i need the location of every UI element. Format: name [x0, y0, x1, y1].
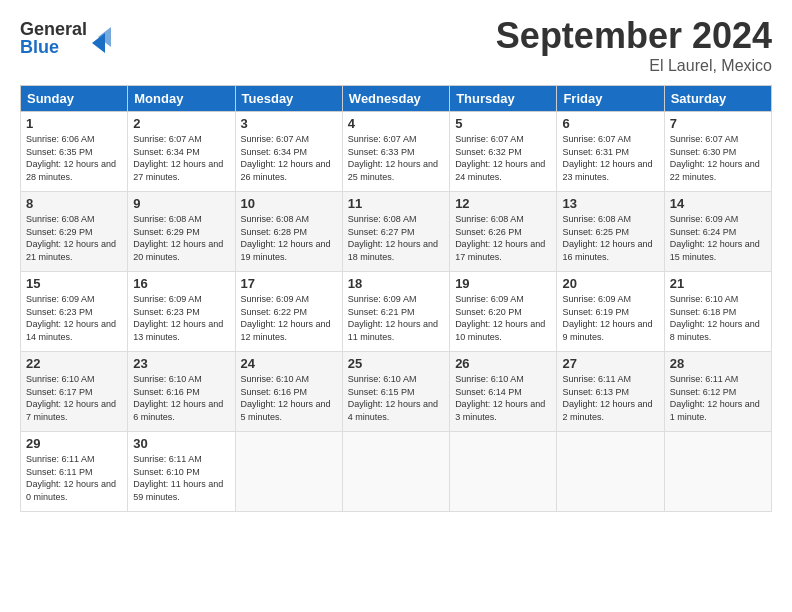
sunset-label: Sunset: 6:34 PM	[241, 147, 308, 157]
sunrise-label: Sunrise: 6:08 AM	[133, 214, 202, 224]
day-info: Sunrise: 6:07 AM Sunset: 6:31 PM Dayligh…	[562, 133, 658, 183]
day-number: 26	[455, 356, 551, 371]
daylight-label: Daylight: 12 hours and 6 minutes.	[133, 399, 223, 422]
col-friday: Friday	[557, 86, 664, 112]
sunrise-label: Sunrise: 6:10 AM	[133, 374, 202, 384]
day-info: Sunrise: 6:07 AM Sunset: 6:32 PM Dayligh…	[455, 133, 551, 183]
day-number: 8	[26, 196, 122, 211]
table-row: 7 Sunrise: 6:07 AM Sunset: 6:30 PM Dayli…	[664, 112, 771, 192]
day-info: Sunrise: 6:07 AM Sunset: 6:34 PM Dayligh…	[241, 133, 337, 183]
table-row: 4 Sunrise: 6:07 AM Sunset: 6:33 PM Dayli…	[342, 112, 449, 192]
sunrise-label: Sunrise: 6:11 AM	[26, 454, 95, 464]
day-number: 22	[26, 356, 122, 371]
daylight-label: Daylight: 12 hours and 21 minutes.	[26, 239, 116, 262]
calendar-week-row: 29 Sunrise: 6:11 AM Sunset: 6:11 PM Dayl…	[21, 432, 772, 512]
table-row	[450, 432, 557, 512]
col-monday: Monday	[128, 86, 235, 112]
sunrise-label: Sunrise: 6:09 AM	[241, 294, 310, 304]
sunrise-label: Sunrise: 6:07 AM	[133, 134, 202, 144]
sunrise-label: Sunrise: 6:08 AM	[348, 214, 417, 224]
sunset-label: Sunset: 6:32 PM	[455, 147, 522, 157]
sunset-label: Sunset: 6:11 PM	[26, 467, 93, 477]
day-number: 14	[670, 196, 766, 211]
sunset-label: Sunset: 6:18 PM	[670, 307, 737, 317]
sunrise-label: Sunrise: 6:07 AM	[670, 134, 739, 144]
day-number: 10	[241, 196, 337, 211]
sunrise-label: Sunrise: 6:07 AM	[562, 134, 631, 144]
table-row: 23 Sunrise: 6:10 AM Sunset: 6:16 PM Dayl…	[128, 352, 235, 432]
location: El Laurel, Mexico	[496, 57, 772, 75]
table-row: 21 Sunrise: 6:10 AM Sunset: 6:18 PM Dayl…	[664, 272, 771, 352]
table-row: 15 Sunrise: 6:09 AM Sunset: 6:23 PM Dayl…	[21, 272, 128, 352]
sunrise-label: Sunrise: 6:10 AM	[455, 374, 524, 384]
daylight-label: Daylight: 12 hours and 13 minutes.	[133, 319, 223, 342]
day-info: Sunrise: 6:09 AM Sunset: 6:23 PM Dayligh…	[133, 293, 229, 343]
table-row: 12 Sunrise: 6:08 AM Sunset: 6:26 PM Dayl…	[450, 192, 557, 272]
sunset-label: Sunset: 6:25 PM	[562, 227, 629, 237]
sunrise-label: Sunrise: 6:08 AM	[241, 214, 310, 224]
header: General Blue September 2024 El Laurel, M…	[20, 15, 772, 75]
sunrise-label: Sunrise: 6:07 AM	[348, 134, 417, 144]
day-number: 28	[670, 356, 766, 371]
day-number: 20	[562, 276, 658, 291]
table-row: 22 Sunrise: 6:10 AM Sunset: 6:17 PM Dayl…	[21, 352, 128, 432]
sunrise-label: Sunrise: 6:08 AM	[562, 214, 631, 224]
table-row	[342, 432, 449, 512]
sunrise-label: Sunrise: 6:10 AM	[348, 374, 417, 384]
sunrise-label: Sunrise: 6:09 AM	[26, 294, 95, 304]
day-info: Sunrise: 6:09 AM Sunset: 6:22 PM Dayligh…	[241, 293, 337, 343]
calendar-header-row: Sunday Monday Tuesday Wednesday Thursday…	[21, 86, 772, 112]
sunset-label: Sunset: 6:23 PM	[133, 307, 200, 317]
sunset-label: Sunset: 6:16 PM	[241, 387, 308, 397]
day-info: Sunrise: 6:10 AM Sunset: 6:17 PM Dayligh…	[26, 373, 122, 423]
sunset-label: Sunset: 6:23 PM	[26, 307, 93, 317]
daylight-label: Daylight: 11 hours and 59 minutes.	[133, 479, 223, 502]
table-row: 29 Sunrise: 6:11 AM Sunset: 6:11 PM Dayl…	[21, 432, 128, 512]
col-wednesday: Wednesday	[342, 86, 449, 112]
table-row: 30 Sunrise: 6:11 AM Sunset: 6:10 PM Dayl…	[128, 432, 235, 512]
daylight-label: Daylight: 12 hours and 9 minutes.	[562, 319, 652, 342]
day-info: Sunrise: 6:07 AM Sunset: 6:33 PM Dayligh…	[348, 133, 444, 183]
calendar-week-row: 8 Sunrise: 6:08 AM Sunset: 6:29 PM Dayli…	[21, 192, 772, 272]
daylight-label: Daylight: 12 hours and 16 minutes.	[562, 239, 652, 262]
daylight-label: Daylight: 12 hours and 25 minutes.	[348, 159, 438, 182]
table-row: 27 Sunrise: 6:11 AM Sunset: 6:13 PM Dayl…	[557, 352, 664, 432]
day-number: 23	[133, 356, 229, 371]
daylight-label: Daylight: 12 hours and 14 minutes.	[26, 319, 116, 342]
sunset-label: Sunset: 6:22 PM	[241, 307, 308, 317]
daylight-label: Daylight: 12 hours and 3 minutes.	[455, 399, 545, 422]
table-row: 6 Sunrise: 6:07 AM Sunset: 6:31 PM Dayli…	[557, 112, 664, 192]
day-number: 2	[133, 116, 229, 131]
daylight-label: Daylight: 12 hours and 11 minutes.	[348, 319, 438, 342]
calendar-body: 1 Sunrise: 6:06 AM Sunset: 6:35 PM Dayli…	[21, 112, 772, 512]
day-number: 12	[455, 196, 551, 211]
day-number: 19	[455, 276, 551, 291]
day-info: Sunrise: 6:10 AM Sunset: 6:14 PM Dayligh…	[455, 373, 551, 423]
day-number: 18	[348, 276, 444, 291]
day-info: Sunrise: 6:09 AM Sunset: 6:21 PM Dayligh…	[348, 293, 444, 343]
day-number: 5	[455, 116, 551, 131]
table-row: 9 Sunrise: 6:08 AM Sunset: 6:29 PM Dayli…	[128, 192, 235, 272]
sunset-label: Sunset: 6:24 PM	[670, 227, 737, 237]
day-info: Sunrise: 6:09 AM Sunset: 6:19 PM Dayligh…	[562, 293, 658, 343]
col-saturday: Saturday	[664, 86, 771, 112]
day-info: Sunrise: 6:08 AM Sunset: 6:25 PM Dayligh…	[562, 213, 658, 263]
day-info: Sunrise: 6:08 AM Sunset: 6:29 PM Dayligh…	[26, 213, 122, 263]
daylight-label: Daylight: 12 hours and 26 minutes.	[241, 159, 331, 182]
day-info: Sunrise: 6:08 AM Sunset: 6:27 PM Dayligh…	[348, 213, 444, 263]
day-number: 6	[562, 116, 658, 131]
sunrise-label: Sunrise: 6:09 AM	[670, 214, 739, 224]
daylight-label: Daylight: 12 hours and 15 minutes.	[670, 239, 760, 262]
day-number: 3	[241, 116, 337, 131]
day-number: 24	[241, 356, 337, 371]
sunset-label: Sunset: 6:28 PM	[241, 227, 308, 237]
day-info: Sunrise: 6:09 AM Sunset: 6:24 PM Dayligh…	[670, 213, 766, 263]
sunrise-label: Sunrise: 6:06 AM	[26, 134, 95, 144]
table-row: 16 Sunrise: 6:09 AM Sunset: 6:23 PM Dayl…	[128, 272, 235, 352]
calendar-week-row: 1 Sunrise: 6:06 AM Sunset: 6:35 PM Dayli…	[21, 112, 772, 192]
daylight-label: Daylight: 12 hours and 17 minutes.	[455, 239, 545, 262]
sunset-label: Sunset: 6:14 PM	[455, 387, 522, 397]
sunrise-label: Sunrise: 6:08 AM	[26, 214, 95, 224]
sunset-label: Sunset: 6:31 PM	[562, 147, 629, 157]
daylight-label: Daylight: 12 hours and 27 minutes.	[133, 159, 223, 182]
